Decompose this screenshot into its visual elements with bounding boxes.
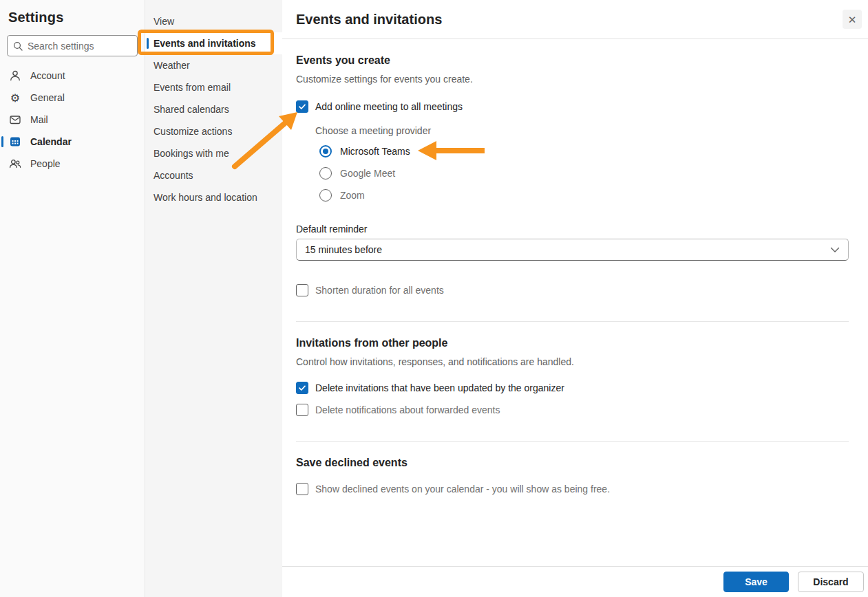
checkbox-add-online-meeting[interactable]: Add online meeting to all meetings: [296, 100, 849, 113]
close-button[interactable]: ✕: [843, 10, 862, 29]
checkbox-delete-forwarded-notifications[interactable]: Delete notifications about forwarded eve…: [296, 404, 849, 416]
calendar-icon: [8, 135, 22, 149]
radio-label: Microsoft Teams: [340, 146, 410, 157]
checkbox-unchecked-icon[interactable]: [296, 284, 308, 296]
sidebar-item-account[interactable]: Account: [0, 65, 145, 87]
mail-icon: [8, 113, 22, 127]
cat-item-view[interactable]: View: [145, 10, 282, 32]
search-settings-box[interactable]: [7, 35, 138, 56]
radio-label: Zoom: [340, 190, 365, 201]
section-divider: [296, 321, 849, 322]
checkbox-unchecked-icon[interactable]: [296, 483, 308, 495]
default-reminder-dropdown[interactable]: 15 minutes before: [296, 239, 849, 261]
dropdown-selected-value: 15 minutes before: [305, 244, 382, 255]
save-button[interactable]: Save: [723, 572, 789, 592]
radio-unselected-icon[interactable]: [319, 189, 332, 202]
section-description: Control how invitations, responses, and …: [296, 356, 849, 367]
radio-microsoft-teams[interactable]: Microsoft Teams: [319, 145, 849, 158]
settings-title: Settings: [0, 10, 145, 25]
sidebar-item-general[interactable]: ⚙ General: [0, 87, 145, 109]
checkbox-delete-updated-invitations[interactable]: Delete invitations that have been update…: [296, 382, 849, 394]
cat-item-accounts[interactable]: Accounts: [145, 164, 282, 186]
sidebar-item-people[interactable]: People: [0, 153, 145, 175]
section-description: Customize settings for events you create…: [296, 74, 849, 85]
cat-item-customize-actions[interactable]: Customize actions: [145, 120, 282, 142]
default-reminder-label: Default reminder: [296, 224, 849, 235]
calendar-settings-nav: View Events and invitations Weather Even…: [145, 0, 282, 597]
chevron-down-icon: [830, 244, 840, 255]
sidebar-item-calendar[interactable]: Calendar: [0, 131, 145, 153]
cat-item-label: View: [154, 16, 174, 27]
section-heading-save-declined: Save declined events: [296, 457, 849, 469]
cat-item-label: Events and invitations: [154, 38, 256, 49]
checkbox-shorten-duration[interactable]: Shorten duration for all events: [296, 284, 849, 296]
person-icon: [8, 69, 22, 83]
cat-item-label: Events from email: [154, 82, 231, 93]
cat-item-label: Bookings with me: [154, 148, 229, 159]
cat-item-work-hours-and-location[interactable]: Work hours and location: [145, 186, 282, 208]
cat-item-shared-calendars[interactable]: Shared calendars: [145, 98, 282, 120]
sidebar-item-label: People: [30, 158, 61, 169]
checkbox-checked-icon[interactable]: [296, 382, 308, 394]
selection-indicator: [147, 38, 149, 49]
checkbox-show-declined-events[interactable]: Show declined events on your calendar - …: [296, 483, 849, 495]
section-heading-invitations: Invitations from other people: [296, 337, 849, 349]
sidebar-item-label: Account: [30, 70, 65, 81]
checkbox-unchecked-icon[interactable]: [296, 404, 308, 416]
selection-indicator: [1, 136, 3, 147]
sidebar-item-mail[interactable]: Mail: [0, 109, 145, 131]
radio-unselected-icon[interactable]: [319, 167, 332, 180]
panel-content: Events you create Customize settings for…: [282, 39, 868, 566]
radio-label: Google Meet: [340, 168, 395, 179]
cat-item-label: Accounts: [154, 170, 193, 181]
settings-sidebar: Settings Account ⚙ General Mail: [0, 0, 145, 597]
cat-item-weather[interactable]: Weather: [145, 54, 282, 76]
cat-item-events-and-invitations[interactable]: Events and invitations: [145, 32, 282, 54]
radio-zoom[interactable]: Zoom: [319, 189, 849, 202]
panel-header: Events and invitations ✕: [282, 0, 868, 39]
gear-icon: ⚙: [8, 91, 22, 105]
provider-group-label: Choose a meeting provider: [296, 125, 849, 136]
checkbox-label: Add online meeting to all meetings: [315, 101, 463, 112]
section-heading-events-you-create: Events you create: [296, 54, 849, 67]
cat-item-label: Weather: [154, 60, 190, 71]
search-settings-input[interactable]: [28, 41, 131, 52]
events-and-invitations-panel: Events and invitations ✕ Events you crea…: [282, 0, 868, 597]
checkbox-label: Delete invitations that have been update…: [315, 382, 564, 393]
cat-item-label: Shared calendars: [154, 104, 229, 115]
discard-button[interactable]: Discard: [798, 572, 864, 592]
meeting-provider-radio-group: Microsoft Teams Google Meet Zoom: [296, 145, 849, 202]
section-divider: [296, 441, 849, 442]
panel-title: Events and invitations: [296, 12, 442, 28]
checkbox-label: Delete notifications about forwarded eve…: [315, 404, 500, 415]
people-icon: [8, 157, 22, 171]
cat-item-bookings-with-me[interactable]: Bookings with me: [145, 142, 282, 164]
radio-selected-icon[interactable]: [319, 145, 332, 158]
cat-item-label: Work hours and location: [154, 192, 257, 203]
close-icon: ✕: [848, 14, 857, 25]
cat-item-events-from-email[interactable]: Events from email: [145, 76, 282, 98]
checkbox-label: Shorten duration for all events: [315, 285, 444, 296]
search-icon: [13, 41, 23, 51]
sidebar-item-label: General: [30, 92, 65, 103]
panel-footer: Save Discard: [282, 566, 868, 597]
cat-item-label: Customize actions: [154, 126, 232, 137]
sidebar-item-label: Calendar: [30, 136, 72, 147]
checkbox-checked-icon[interactable]: [296, 100, 308, 113]
sidebar-nav: Account ⚙ General Mail Calendar P: [0, 65, 145, 175]
sidebar-item-label: Mail: [30, 114, 48, 125]
radio-google-meet[interactable]: Google Meet: [319, 167, 849, 180]
checkbox-label: Show declined events on your calendar - …: [315, 484, 610, 495]
